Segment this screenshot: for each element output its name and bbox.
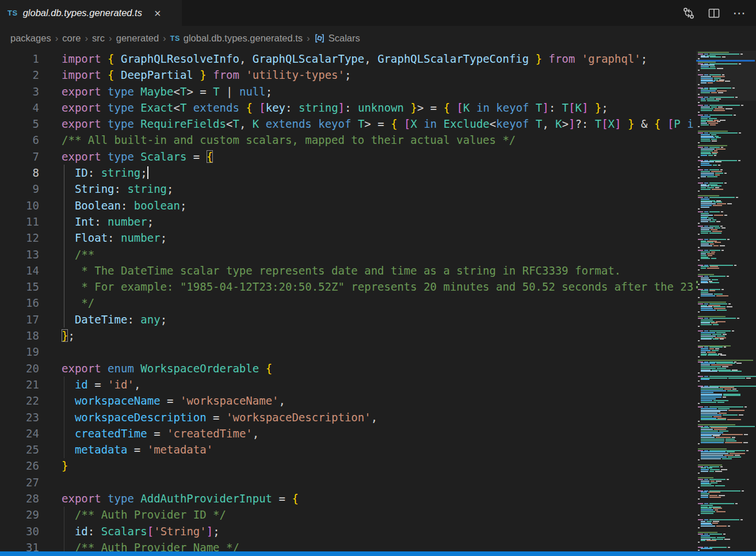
breadcrumb-label: core <box>62 33 81 44</box>
code-text: String: string; <box>62 181 174 197</box>
code-line[interactable]: 5export type RequireFields<T, K extends … <box>0 116 696 132</box>
code-line[interactable]: 28export type AddAuthProviderInput = { <box>0 490 696 507</box>
code-line[interactable]: 13 /** <box>0 246 696 262</box>
editor-actions: ⋯ <box>679 0 756 26</box>
code-line[interactable]: 16 */ <box>0 295 696 311</box>
code-text: export enum WorkspaceOrderable { <box>62 360 272 376</box>
code-line[interactable]: 10 Boolean: boolean; <box>0 197 696 214</box>
code-line[interactable]: 30 id: Scalars['String']; <box>0 523 696 539</box>
line-number: 19 <box>0 344 52 360</box>
line-number: 20 <box>0 360 52 376</box>
editor-tab[interactable]: TS global.db.types.generated.ts × <box>0 0 182 26</box>
code-line[interactable]: 18}; <box>0 327 696 344</box>
breadcrumb-label: src <box>92 33 105 44</box>
line-number: 4 <box>0 100 52 116</box>
line-number: 17 <box>0 311 52 327</box>
line-number: 13 <box>0 246 52 262</box>
code-text: ID: string; <box>62 165 148 181</box>
code-text: import { GraphQLResolveInfo, GraphQLScal… <box>62 51 647 67</box>
code-editor[interactable]: 1import { GraphQLResolveInfo, GraphQLSca… <box>0 51 696 551</box>
line-number: 7 <box>0 148 52 165</box>
breadcrumb-item[interactable]: core <box>62 33 81 44</box>
code-line[interactable]: 1import { GraphQLResolveInfo, GraphQLSca… <box>0 51 696 67</box>
line-number: 30 <box>0 523 52 539</box>
code-text: /** All built-in and custom scalars, map… <box>62 132 516 148</box>
minimap-current-line <box>696 60 755 62</box>
minimap-viewport[interactable] <box>696 51 756 101</box>
vscode-window: TS global.db.types.generated.ts × <box>0 0 756 556</box>
code-text: Int: number; <box>62 214 154 230</box>
code-text: export type Scalars = { <box>62 148 213 165</box>
code-line[interactable]: 24 createdTime = 'createdTime', <box>0 425 696 441</box>
code-line[interactable]: 25 metadata = 'metadata' <box>0 441 696 458</box>
code-text: export type RequireFields<T, K extends k… <box>62 116 694 132</box>
line-number: 11 <box>0 214 52 230</box>
code-line[interactable]: 17 DateTime: any; <box>0 311 696 327</box>
indent-guide <box>64 165 64 327</box>
split-editor-icon[interactable] <box>704 5 724 22</box>
breadcrumb-label: generated <box>116 33 159 44</box>
line-number: 2 <box>0 67 52 83</box>
code-line[interactable]: 3export type Maybe<T> = T | null; <box>0 83 696 100</box>
more-actions-icon[interactable]: ⋯ <box>730 5 749 22</box>
line-number: 9 <box>0 181 52 197</box>
code-text: createdTime = 'createdTime', <box>62 425 259 441</box>
code-text: /** Auth Provider ID */ <box>62 507 226 523</box>
code-text: id = 'id', <box>62 376 140 393</box>
open-changes-icon[interactable] <box>679 5 698 22</box>
line-number: 8 <box>0 165 52 181</box>
code-text: } <box>62 458 68 474</box>
code-line[interactable]: 7export type Scalars = { <box>0 148 696 165</box>
code-text: * The DateTime scalar type represents da… <box>62 262 621 279</box>
breadcrumb-item[interactable]: Scalars <box>314 33 360 44</box>
code-line[interactable]: 20export enum WorkspaceOrderable { <box>0 360 696 376</box>
indent-guide <box>64 376 64 458</box>
line-number: 12 <box>0 230 52 246</box>
close-tab-icon[interactable]: × <box>152 6 163 20</box>
code-line[interactable]: 23 workspaceDescription = 'workspaceDesc… <box>0 409 696 425</box>
breadcrumb-item[interactable]: TSglobal.db.types.generated.ts <box>170 33 303 44</box>
tab-title: global.db.types.generated.ts <box>23 7 142 18</box>
line-number: 22 <box>0 393 52 409</box>
code-line[interactable]: 19 <box>0 344 696 360</box>
code-line[interactable]: 26} <box>0 458 696 474</box>
code-line[interactable]: 21 id = 'id', <box>0 376 696 393</box>
line-number: 26 <box>0 458 52 474</box>
code-text: Boolean: boolean; <box>62 197 186 214</box>
line-number: 10 <box>0 197 52 214</box>
status-bar <box>0 551 756 556</box>
code-line[interactable]: 4export type Exact<T extends { [key: str… <box>0 100 696 116</box>
minimap[interactable] <box>696 51 756 551</box>
code-line[interactable]: 11 Int: number; <box>0 214 696 230</box>
breadcrumb-item[interactable]: generated <box>116 33 159 44</box>
breadcrumb-item[interactable]: src <box>92 33 105 44</box>
code-line[interactable]: 12 Float: number; <box>0 230 696 246</box>
code-line[interactable]: 22 workspaceName = 'workspaceName', <box>0 393 696 409</box>
code-line[interactable]: 27 <box>0 474 696 490</box>
minimap-change-marker <box>696 281 698 283</box>
symbol-type-icon <box>314 33 325 44</box>
code-text: /** Auth Provider Name */ <box>62 539 239 551</box>
breadcrumb-label: global.db.types.generated.ts <box>184 33 303 44</box>
code-line[interactable]: 8 ID: string; <box>0 165 696 181</box>
code-line[interactable]: 31 /** Auth Provider Name */ <box>0 539 696 551</box>
chevron-separator: › <box>109 33 112 44</box>
breadcrumb-item[interactable]: packages <box>10 33 51 44</box>
code-line[interactable]: 2import { DeepPartial } from 'utility-ty… <box>0 67 696 83</box>
line-number: 24 <box>0 425 52 441</box>
breadcrumb: packages›core›src›generated›TSglobal.db.… <box>0 26 696 51</box>
code-line[interactable]: 9 String: string; <box>0 181 696 197</box>
line-number: 29 <box>0 507 52 523</box>
breadcrumb-label: packages <box>10 33 51 44</box>
code-line[interactable]: 14 * The DateTime scalar type represents… <box>0 262 696 279</box>
code-line[interactable]: 29 /** Auth Provider ID */ <box>0 507 696 523</box>
code-text: */ <box>62 295 94 311</box>
code-line[interactable]: 15 * For example: "1985-04-12T23:20:50.5… <box>0 279 696 295</box>
line-number: 1 <box>0 51 52 67</box>
line-number: 5 <box>0 116 52 132</box>
line-number: 16 <box>0 295 52 311</box>
tab-bar: TS global.db.types.generated.ts × <box>0 0 756 26</box>
chevron-separator: › <box>163 33 166 44</box>
code-line[interactable]: 6/** All built-in and custom scalars, ma… <box>0 132 696 148</box>
line-number: 15 <box>0 279 52 295</box>
